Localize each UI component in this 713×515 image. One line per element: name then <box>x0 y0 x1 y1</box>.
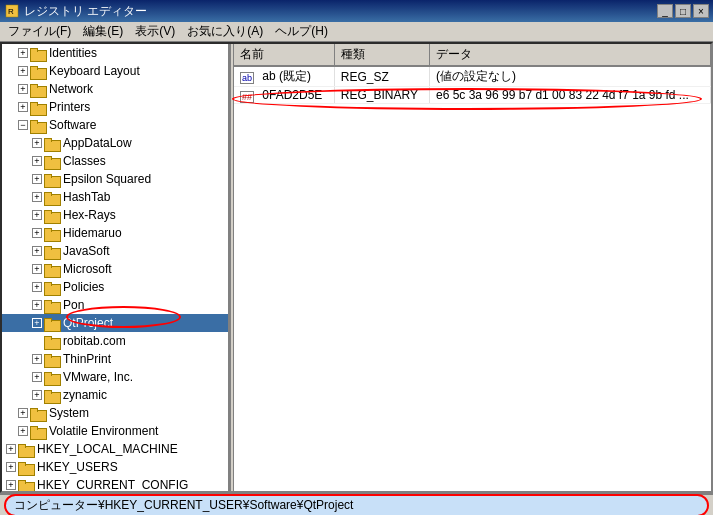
minimize-button[interactable]: _ <box>657 4 673 18</box>
folder-icon-hidemaruo <box>44 227 60 240</box>
tree-item-javasoft[interactable]: + JavaSoft <box>2 242 228 260</box>
expand-volatile-env[interactable]: + <box>18 426 28 436</box>
tree-item-qtproject[interactable]: + QtProject <box>2 314 228 332</box>
expand-hklm[interactable]: + <box>6 444 16 454</box>
folder-icon-policies <box>44 281 60 294</box>
expand-identities[interactable]: + <box>18 48 28 58</box>
folder-icon-vmware <box>44 371 60 384</box>
folder-icon-pon <box>44 299 60 312</box>
tree-item-identities[interactable]: + Identities <box>2 44 228 62</box>
expand-system[interactable]: + <box>18 408 28 418</box>
folder-icon-software <box>30 119 46 132</box>
registry-table: 名前 種類 データ ab (既定) REG_SZ (値の設定なし) <box>234 44 711 104</box>
folder-icon-thinprint <box>44 353 60 366</box>
expand-qtproject[interactable]: + <box>32 318 42 328</box>
expand-network[interactable]: + <box>18 84 28 94</box>
folder-icon-hashtab <box>44 191 60 204</box>
close-button[interactable]: × <box>693 4 709 18</box>
tree-item-network[interactable]: + Network <box>2 80 228 98</box>
folder-icon-qtproject <box>44 317 60 330</box>
maximize-button[interactable]: □ <box>675 4 691 18</box>
tree-panel: + Identities + Keyboard Layout + Network… <box>2 44 230 491</box>
tree-item-volatile-env[interactable]: + Volatile Environment <box>2 422 228 440</box>
table-row-binary[interactable]: 0FAD2D5E REG_BINARY e6 5c 3a 96 99 b7 d1… <box>234 87 711 104</box>
folder-icon-network <box>30 83 46 96</box>
folder-icon-appdatalow <box>44 137 60 150</box>
expand-hashtab[interactable]: + <box>32 192 42 202</box>
tree-item-hkcc[interactable]: + HKEY_CURRENT_CONFIG <box>2 476 228 491</box>
tree-item-zynamic[interactable]: + zynamic <box>2 386 228 404</box>
cell-data: (値の設定なし) <box>430 66 711 87</box>
menu-edit[interactable]: 編集(E) <box>77 21 129 42</box>
tree-item-policies[interactable]: + Policies <box>2 278 228 296</box>
table-header-row: 名前 種類 データ <box>234 44 711 66</box>
table-row[interactable]: ab (既定) REG_SZ (値の設定なし) <box>234 66 711 87</box>
folder-icon-hex-rays <box>44 209 60 222</box>
expand-thinprint[interactable]: + <box>32 354 42 364</box>
expand-keyboard-layout[interactable]: + <box>18 66 28 76</box>
tree-item-hku[interactable]: + HKEY_USERS <box>2 458 228 476</box>
folder-icon-hkcc <box>18 479 34 492</box>
tree-item-vmware[interactable]: + VMware, Inc. <box>2 368 228 386</box>
menu-help[interactable]: ヘルプ(H) <box>269 21 334 42</box>
expand-classes[interactable]: + <box>32 156 42 166</box>
col-data: データ <box>430 44 711 66</box>
tree-item-pon[interactable]: + Pon <box>2 296 228 314</box>
tree-scroll[interactable]: + Identities + Keyboard Layout + Network… <box>2 44 228 491</box>
expand-hidemaruo[interactable]: + <box>32 228 42 238</box>
tree-item-printers[interactable]: + Printers <box>2 98 228 116</box>
expand-vmware[interactable]: + <box>32 372 42 382</box>
expand-appdatalow[interactable]: + <box>32 138 42 148</box>
expand-policies[interactable]: + <box>32 282 42 292</box>
tree-item-system[interactable]: + System <box>2 404 228 422</box>
title-bar: R レジストリ エディター _ □ × <box>0 0 713 22</box>
content-scroll[interactable]: 名前 種類 データ ab (既定) REG_SZ (値の設定なし) <box>234 44 711 491</box>
folder-icon-identities <box>30 47 46 60</box>
folder-icon-system <box>30 407 46 420</box>
folder-icon-epsilon <box>44 173 60 186</box>
folder-icon-javasoft <box>44 245 60 258</box>
tree-item-hklm[interactable]: + HKEY_LOCAL_MACHINE <box>2 440 228 458</box>
folder-icon-keyboard-layout <box>30 65 46 78</box>
tree-item-hex-rays[interactable]: + Hex-Rays <box>2 206 228 224</box>
menu-favorites[interactable]: お気に入り(A) <box>181 21 269 42</box>
tree-item-microsoft[interactable]: + Microsoft <box>2 260 228 278</box>
expand-javasoft[interactable]: + <box>32 246 42 256</box>
reg-sz-icon <box>240 70 256 83</box>
tree-item-software[interactable]: − Software <box>2 116 228 134</box>
tree-item-hashtab[interactable]: + HashTab <box>2 188 228 206</box>
svg-text:R: R <box>8 7 14 16</box>
folder-icon-printers <box>30 101 46 114</box>
menu-view[interactable]: 表示(V) <box>129 21 181 42</box>
tree-item-epsilon-squared[interactable]: + Epsilon Squared <box>2 170 228 188</box>
expand-epsilon[interactable]: + <box>32 174 42 184</box>
tree-item-appdatalow[interactable]: + AppDataLow <box>2 134 228 152</box>
window-title: レジストリ エディター <box>24 3 657 20</box>
folder-icon-robitab <box>44 335 60 348</box>
expand-printers[interactable]: + <box>18 102 28 112</box>
expand-hku[interactable]: + <box>6 462 16 472</box>
app-icon: R <box>4 3 20 19</box>
expand-pon[interactable]: + <box>32 300 42 310</box>
expand-software[interactable]: − <box>18 120 28 130</box>
menu-file[interactable]: ファイル(F) <box>2 21 77 42</box>
cell-name: ab (既定) <box>234 66 334 87</box>
folder-icon-hku <box>18 461 34 474</box>
tree-item-classes[interactable]: + Classes <box>2 152 228 170</box>
expand-hex-rays[interactable]: + <box>32 210 42 220</box>
tree-item-keyboard-layout[interactable]: + Keyboard Layout <box>2 62 228 80</box>
expand-microsoft[interactable]: + <box>32 264 42 274</box>
folder-icon-hklm <box>18 443 34 456</box>
cell-type-binary: REG_BINARY <box>334 87 429 104</box>
cell-type: REG_SZ <box>334 66 429 87</box>
window-controls[interactable]: _ □ × <box>657 4 709 18</box>
cell-name-binary: 0FAD2D5E <box>234 87 334 104</box>
tree-item-thinprint[interactable]: + ThinPrint <box>2 350 228 368</box>
tree-item-robitab[interactable]: robitab.com <box>2 332 228 350</box>
col-name: 名前 <box>234 44 334 66</box>
tree-item-hidemaruo[interactable]: + Hidemaruo <box>2 224 228 242</box>
status-bar: コンピューター¥HKEY_CURRENT_USER¥Software¥QtPro… <box>0 493 713 515</box>
expand-zynamic[interactable]: + <box>32 390 42 400</box>
cell-data-binary: e6 5c 3a 96 99 b7 d1 00 83 22 4d f7 1a 9… <box>430 87 711 104</box>
expand-hkcc[interactable]: + <box>6 480 16 490</box>
